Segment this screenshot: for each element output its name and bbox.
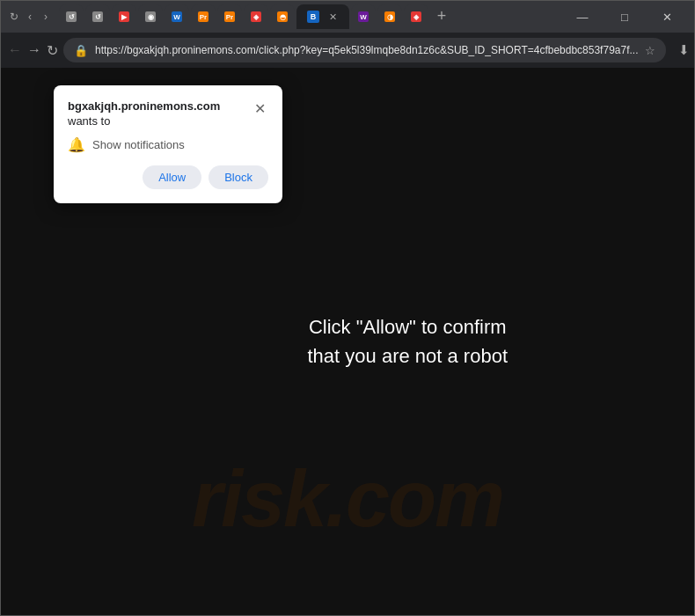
- close-button[interactable]: ✕: [647, 1, 687, 33]
- browser-tab[interactable]: ↺: [59, 4, 84, 29]
- bookmark-star-icon[interactable]: ☆: [645, 44, 655, 57]
- back-button[interactable]: ←: [8, 38, 22, 62]
- tab-favicon: ◈: [411, 11, 421, 22]
- popup-notification-row: 🔔 Show notifications: [68, 136, 268, 153]
- new-tab-button[interactable]: +: [430, 4, 453, 27]
- tab-favicon: Pr: [198, 11, 208, 22]
- popup-site-name: bgxakjqh.proninemons.com: [68, 99, 220, 113]
- reload-button[interactable]: ↻: [47, 38, 58, 62]
- active-tab-favicon: B: [307, 11, 319, 23]
- browser-tab[interactable]: ◑: [377, 4, 402, 29]
- maximize-button[interactable]: □: [604, 1, 645, 33]
- bell-icon: 🔔: [68, 136, 85, 153]
- browser-tab[interactable]: Pr: [191, 4, 216, 29]
- tab-favicon: Pr: [224, 11, 235, 22]
- browser-tab[interactable]: ◓: [270, 4, 295, 29]
- active-browser-tab[interactable]: B ✕: [296, 4, 349, 29]
- window-controls: — □ ✕: [562, 1, 687, 33]
- block-button[interactable]: Block: [208, 165, 268, 189]
- browser-window: ↻ ‹ › ↺ ↺ ▶ ◉ W Pr Pr: [0, 0, 695, 616]
- captcha-line1: Click "Allow" to confirm: [309, 316, 507, 338]
- lock-icon: 🔒: [74, 44, 88, 57]
- tab-close-button[interactable]: ✕: [326, 11, 339, 23]
- browser-tab[interactable]: Pr: [217, 4, 242, 29]
- popup-buttons: Allow Block: [68, 165, 268, 189]
- tab-favicon: ◑: [384, 11, 395, 22]
- address-bar[interactable]: 🔒 https://bgxakjqh.proninemons.com/click…: [63, 38, 666, 62]
- captcha-line2: that you are not a robot: [308, 345, 508, 367]
- tab-favicon: ↺: [92, 11, 103, 22]
- tab-favicon: ▶: [119, 11, 129, 22]
- popup-notification-label: Show notifications: [92, 138, 185, 151]
- nav-bar: ← → ↻ 🔒 https://bgxakjqh.proninemons.com…: [1, 33, 694, 68]
- browser-tab[interactable]: W: [165, 4, 189, 29]
- popup-wants-to: wants to: [68, 114, 220, 128]
- browser-tab[interactable]: ◉: [138, 4, 163, 29]
- title-bar: ↻ ‹ › ↺ ↺ ▶ ◉ W Pr Pr: [1, 1, 694, 33]
- tab-favicon: W: [358, 11, 369, 22]
- download-button[interactable]: ⬇: [671, 38, 695, 62]
- tab-favicon: W: [172, 11, 182, 22]
- browser-tab[interactable]: ◈: [404, 4, 428, 29]
- browser-back-history[interactable]: ↻: [8, 11, 20, 23]
- popup-header-text: bgxakjqh.proninemons.com wants to: [68, 99, 220, 128]
- tabs-area: ↺ ↺ ▶ ◉ W Pr Pr ◈ ◓: [55, 4, 559, 29]
- browser-nav-left[interactable]: ‹: [24, 11, 36, 23]
- tab-favicon: ◓: [277, 11, 288, 22]
- minimize-button[interactable]: —: [562, 1, 603, 33]
- browser-tab[interactable]: ↺: [85, 4, 110, 29]
- popup-header: bgxakjqh.proninemons.com wants to ✕: [68, 99, 268, 128]
- browser-tab[interactable]: ▶: [112, 4, 136, 29]
- tab-favicon: ↺: [66, 11, 77, 22]
- allow-button[interactable]: Allow: [143, 165, 201, 189]
- nav-extras: ⬇ 👤 ⋮: [671, 38, 695, 62]
- tab-favicon: ◈: [251, 11, 261, 22]
- page-content: risk.com Click "Allow" to confirm that y…: [1, 68, 694, 615]
- browser-tab[interactable]: ◈: [244, 4, 268, 29]
- captcha-message: Click "Allow" to confirm that you are no…: [308, 312, 508, 370]
- browser-nav-right[interactable]: ›: [40, 11, 52, 23]
- url-display: https://bgxakjqh.proninemons.com/click.p…: [95, 44, 638, 56]
- browser-tab[interactable]: W: [351, 4, 376, 29]
- notification-popup: bgxakjqh.proninemons.com wants to ✕ 🔔 Sh…: [54, 85, 282, 203]
- tab-favicon: ◉: [145, 11, 156, 22]
- watermark-text: risk.com: [192, 454, 503, 545]
- popup-close-button[interactable]: ✕: [251, 99, 268, 117]
- forward-button[interactable]: →: [27, 38, 41, 62]
